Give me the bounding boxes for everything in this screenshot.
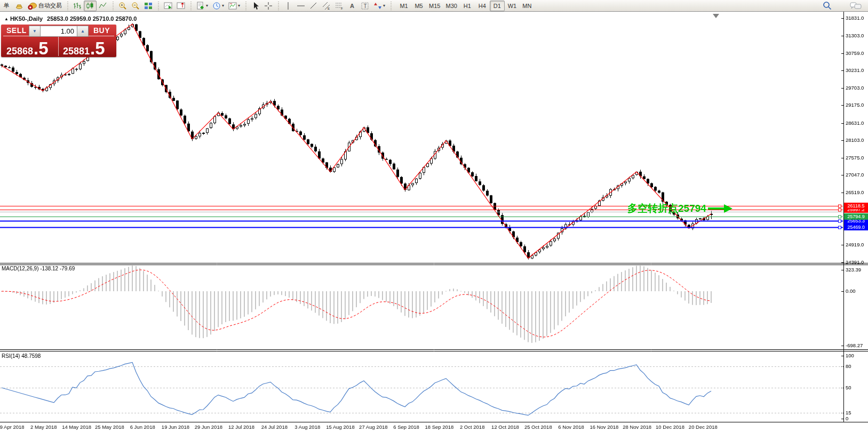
timeframe-button-h4[interactable]: H4 xyxy=(475,1,490,11)
candlestick-chart-icon[interactable] xyxy=(84,1,97,11)
toolbar-separator xyxy=(156,2,160,10)
search-icon[interactable] xyxy=(821,1,834,11)
sell-label: SELL xyxy=(6,26,27,35)
new-order-label: 单 xyxy=(4,2,10,10)
zoom-out-icon[interactable] xyxy=(129,1,142,11)
vertical-line-icon[interactable] xyxy=(282,1,294,11)
chevron-down-icon: ▾ xyxy=(383,3,385,8)
text-icon[interactable]: A xyxy=(346,1,359,11)
one-click-trading-panel: SELL 25868.5 BUY 25881.5 ▼ ▲ xyxy=(1,25,116,57)
mt4-window: 单 自动交易 xyxy=(0,0,868,432)
cursor-icon[interactable] xyxy=(249,1,262,11)
text-label-icon[interactable]: T xyxy=(359,1,371,11)
timeframe-button-m5[interactable]: M5 xyxy=(411,1,426,11)
equidistant-channel-icon[interactable]: E xyxy=(320,1,333,11)
tile-windows-icon[interactable] xyxy=(142,1,155,11)
svg-text:F: F xyxy=(341,7,343,10)
zoom-in-icon[interactable] xyxy=(116,1,129,11)
svg-text:A: A xyxy=(350,3,354,9)
chevron-down-icon: ▾ xyxy=(238,3,240,8)
toolbar-separator xyxy=(276,2,280,10)
sell-price: 25868.5 xyxy=(6,42,49,57)
autotrading-label: 自动交易 xyxy=(38,2,62,10)
volume-input[interactable] xyxy=(41,26,77,37)
ohlc-values: 25853.0 25959.0 25710.0 25870.0 xyxy=(47,15,137,22)
timeframe-button-m30[interactable]: M30 xyxy=(443,1,459,11)
timeframe-button-m1[interactable]: M1 xyxy=(396,1,411,11)
indicators-icon[interactable]: ▾ xyxy=(194,1,210,11)
toolbar-separator xyxy=(66,2,69,10)
volume-decrease-button[interactable]: ▼ xyxy=(29,26,41,37)
timeframe-button-d1[interactable]: D1 xyxy=(490,1,505,11)
symbol-period-label: HK50-,Daily xyxy=(10,15,43,22)
trendline-icon[interactable] xyxy=(307,1,320,11)
templates-icon[interactable]: ▾ xyxy=(226,1,242,11)
chart-shift-icon[interactable] xyxy=(174,1,187,11)
toolbar-separator xyxy=(111,2,115,10)
market-icon[interactable] xyxy=(13,1,26,11)
annotation-arrow-icon xyxy=(708,204,732,213)
chevron-down-icon: ▾ xyxy=(222,3,224,8)
volume-stepper: ▼ ▲ xyxy=(29,26,89,37)
chat-icon[interactable] xyxy=(848,1,864,11)
toolbar: 单 自动交易 xyxy=(0,0,868,12)
line-chart-icon[interactable] xyxy=(97,1,109,11)
horizontal-line-icon[interactable] xyxy=(294,1,307,11)
timeframe-group: M1M5M15M30H1H4D1W1MN xyxy=(396,1,535,11)
chevron-down-icon: ▾ xyxy=(206,3,208,8)
timeframe-button-h1[interactable]: H1 xyxy=(460,1,475,11)
buy-price: 25881.5 xyxy=(63,42,105,57)
new-order-button[interactable]: 单 xyxy=(0,1,13,11)
autotrading-button[interactable]: 自动交易 xyxy=(26,1,64,11)
annotation-text: 多空转折点25794 xyxy=(627,202,706,215)
panel-divider xyxy=(58,36,59,56)
crosshair-icon[interactable] xyxy=(262,1,275,11)
toolbar-separator xyxy=(389,2,393,10)
svg-text:E: E xyxy=(328,7,330,10)
auto-scroll-icon[interactable] xyxy=(162,1,174,11)
svg-text:T: T xyxy=(364,3,367,9)
macd-indicator-label: MACD(12,26,9) -138.12 -79.69 xyxy=(2,266,75,271)
chart-annotation[interactable]: 多空转折点25794 xyxy=(627,202,732,215)
autotrading-icon xyxy=(28,2,37,10)
buy-label: BUY xyxy=(93,26,110,35)
collapse-triangle-icon[interactable]: ▲ xyxy=(4,17,9,21)
chart-canvas[interactable] xyxy=(0,12,868,432)
toolbar-separator xyxy=(189,2,193,10)
volume-increase-button[interactable]: ▲ xyxy=(77,26,89,37)
arrows-icon[interactable]: ▾ xyxy=(371,1,387,11)
bar-chart-icon[interactable] xyxy=(71,1,84,11)
fibonacci-icon[interactable]: F xyxy=(333,1,346,11)
periods-icon[interactable]: ▾ xyxy=(210,1,226,11)
chart-title: ▲HK50-,Daily25853.0 25959.0 25710.0 2587… xyxy=(4,15,137,22)
toolbar-separator xyxy=(244,2,248,10)
timeframe-button-mn[interactable]: MN xyxy=(520,1,535,11)
timeframe-button-w1[interactable]: W1 xyxy=(505,1,520,11)
rsi-indicator-label: RSI(14) 48.7598 xyxy=(2,353,41,359)
timeframe-button-m15[interactable]: M15 xyxy=(426,1,443,11)
